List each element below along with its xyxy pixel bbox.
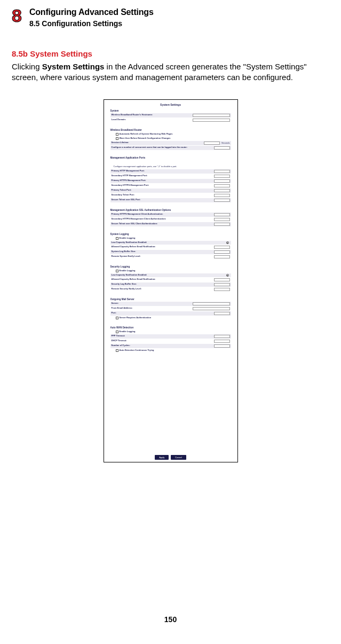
ss-input (193, 302, 230, 305)
ss-row: Secure Telnet over SSL Client Authentica… (110, 222, 231, 226)
ss-ssl-heading: Management Application SSL Authenticatio… (110, 209, 231, 211)
ss-input (214, 199, 230, 202)
chapter-titles: Configuring Advanced Settings 8.5 Config… (29, 6, 154, 28)
cancel-button: Cancel (171, 455, 186, 460)
ss-input (214, 170, 230, 173)
ss-syslog-heading: System Logging (110, 233, 231, 235)
body-text-1: Clicking (12, 62, 42, 71)
ss-row: From Email Address: (110, 307, 231, 311)
ss-title: System Settings (108, 103, 233, 106)
ss-input (214, 340, 230, 343)
ss-input (214, 194, 230, 197)
ss-select (214, 255, 230, 258)
radio-icon (226, 274, 229, 277)
ss-input (193, 119, 230, 122)
ss-row: Auto Detection Continuous Trying (110, 349, 231, 352)
ss-mgmt-ports-heading: Management Application Ports (110, 156, 231, 159)
ss-row: Wireless Broadband Router's Hostname: (110, 113, 231, 117)
ss-input (214, 250, 230, 254)
ss-row: Port: (110, 311, 231, 316)
ss-input (214, 146, 230, 150)
checkbox-icon (116, 137, 118, 140)
ss-row: Session Lifetime:Seconds (110, 141, 231, 145)
ss-row: Automatic Refresh of System Monitoring W… (110, 132, 231, 136)
ss-input (214, 175, 230, 178)
ss-seclog-heading: Security Logging (110, 265, 231, 268)
ss-select (214, 218, 230, 221)
ss-row: Configure a number of concurrent users t… (110, 146, 231, 150)
checkbox-icon (116, 237, 118, 240)
ss-row: Primary HTTP Management Port: (110, 169, 231, 174)
checkbox-icon (116, 317, 118, 319)
ss-row: Warn User Before Network Configuration C… (110, 137, 231, 140)
ss-row: Allowed Capacity Before Email Notificati… (110, 278, 231, 282)
ss-input (214, 179, 230, 183)
ss-row: DHCP Timeout: (110, 339, 231, 343)
apply-button: Apply (155, 455, 169, 460)
ss-system-heading: System (110, 109, 231, 112)
ss-row: Remote Security Notify Level: (110, 287, 231, 292)
ss-input (214, 278, 230, 281)
ss-input (193, 307, 230, 310)
ss-row: Local Domain: (110, 118, 231, 122)
checkbox-icon (116, 349, 118, 352)
body-paragraph: Clicking System Settings in the Advanced… (12, 61, 329, 83)
checkbox-icon (116, 270, 118, 272)
ss-row: Enable Logging (110, 237, 231, 240)
ss-row: Number of Cycles: (110, 344, 231, 348)
system-settings-screenshot: System Settings System Wireless Broadban… (104, 99, 238, 462)
ss-row: Enable Logging (110, 330, 231, 334)
ss-wan-heading: Auto WAN Detection (110, 326, 231, 329)
page-header: 8 Configuring Advanced Settings 8.5 Conf… (12, 6, 329, 28)
ss-row: Allowed Capacity Before Email Notificati… (110, 245, 231, 249)
ss-select (214, 213, 230, 216)
subsection-title: 8.5b System Settings (12, 49, 329, 58)
ss-row: Secondary HTTPS Management Client Authen… (110, 217, 231, 222)
ss-input (214, 283, 230, 286)
ss-button-row: Apply Cancel (104, 455, 237, 460)
ss-row: Secondary Telnet Port: (110, 193, 231, 198)
ss-select (214, 223, 230, 226)
ss-input (214, 184, 230, 187)
ss-row: Primary HTTPS Management Client Authenti… (110, 213, 231, 217)
ss-row: Primary Telnet Port: (110, 189, 231, 193)
ss-input (214, 344, 230, 348)
radio-icon (226, 241, 229, 244)
chapter-number: 8 (12, 6, 22, 25)
ss-row: PPP Timeout: (110, 334, 231, 339)
checkbox-icon (116, 331, 118, 333)
ss-row: Secondary HTTPS Management Port: (110, 184, 231, 188)
ss-input (214, 335, 230, 338)
ss-row: Server Requires Authentication (110, 316, 231, 320)
ss-router-heading: Wireless Broadband Router (110, 129, 231, 131)
section-title: 8.5 Configuration Settings (29, 19, 154, 28)
ss-row: System Log Buffer Size: (110, 250, 231, 254)
ss-row: Secure Telnet over SSL Port: (110, 198, 231, 202)
ss-row: Low Capacity Notification Enabled: (110, 241, 231, 245)
page-number: 150 (0, 615, 341, 624)
ss-sub: Configure management application ports, … (114, 165, 231, 168)
ss-mail-heading: Outgoing Mail Server (110, 298, 231, 301)
checkbox-icon (116, 133, 118, 136)
ss-row: Remote System Notify Level: (110, 255, 231, 259)
chapter-title: Configuring Advanced Settings (29, 7, 154, 17)
ss-input (214, 246, 230, 249)
ss-input (193, 114, 230, 117)
ss-row: Security Log Buffer Size: (110, 282, 231, 287)
ss-input (214, 189, 230, 192)
ss-row: Primary HTTPS Management Port: (110, 179, 231, 183)
ss-input (204, 142, 220, 145)
ss-row: Enable Logging (110, 269, 231, 273)
body-bold: System Settings (42, 62, 105, 71)
ss-row: Server: (110, 302, 231, 306)
ss-select (214, 288, 230, 291)
ss-row: Secondary HTTP Management Port: (110, 174, 231, 178)
ss-row: Low Capacity Notification Enabled: (110, 273, 231, 277)
ss-input (214, 312, 230, 315)
